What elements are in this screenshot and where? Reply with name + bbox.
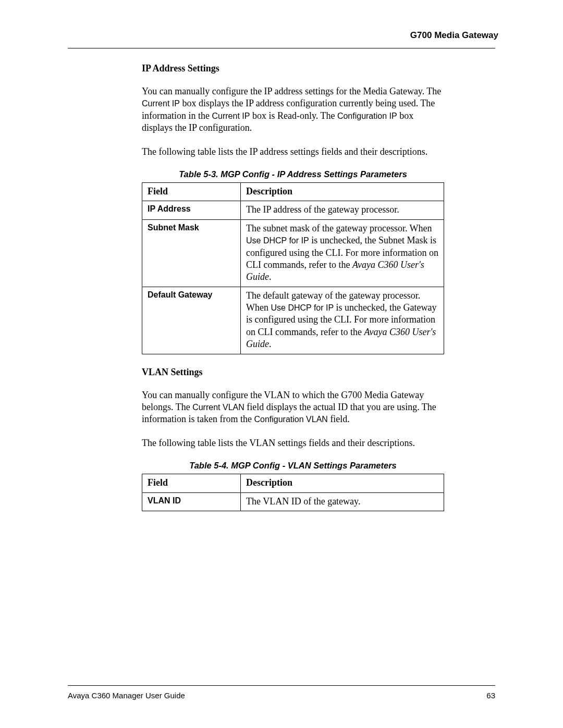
col-description: Description: [241, 474, 444, 492]
field-name: VLAN ID: [142, 492, 241, 511]
vlan-settings-table: Field Description VLAN ID The VLAN ID of…: [142, 474, 444, 511]
table-row: VLAN ID The VLAN ID of the gateway.: [142, 492, 444, 511]
text: The subnet mask of the gateway processor…: [246, 223, 432, 233]
text: box is Read-only. The: [250, 110, 337, 121]
field-desc: The IP address of the gateway processor.: [241, 201, 444, 219]
text: .: [269, 339, 272, 349]
table-row: Subnet Mask The subnet mask of the gatew…: [142, 219, 444, 287]
col-field: Field: [142, 182, 241, 201]
footer-row: Avaya C360 Manager User Guide 63: [68, 691, 495, 700]
page-number: 63: [486, 691, 495, 700]
field-desc: The default gateway of the gateway proce…: [241, 287, 444, 354]
ui-term: Current VLAN: [192, 403, 244, 412]
section-heading-ip: IP Address Settings: [142, 63, 444, 74]
vlan-paragraph-2: The following table lists the VLAN setti…: [142, 437, 444, 449]
field-name: Subnet Mask: [142, 219, 241, 287]
page-footer: Avaya C360 Manager User Guide 63: [68, 685, 495, 700]
field-name: Default Gateway: [142, 287, 241, 354]
ip-settings-table: Field Description IP Address The IP addr…: [142, 182, 444, 354]
vlan-paragraph-1: You can manually configure the VLAN to w…: [142, 389, 444, 426]
table-header-row: Field Description: [142, 474, 444, 492]
running-header: G700 Media Gateway: [68, 30, 498, 41]
ui-term: Configuration VLAN: [254, 415, 327, 424]
ui-term: Current IP: [142, 99, 180, 108]
col-description: Description: [241, 182, 444, 201]
ui-term: Current IP: [212, 112, 250, 120]
content-column: IP Address Settings You can manually con…: [68, 48, 444, 511]
table-caption-ip: Table 5-3. MGP Config - IP Address Setti…: [142, 169, 444, 179]
page: G700 Media Gateway IP Address Settings Y…: [0, 0, 563, 728]
field-desc: The VLAN ID of the gateway.: [241, 492, 444, 511]
col-field: Field: [142, 474, 241, 492]
table-row: Default Gateway The default gateway of t…: [142, 287, 444, 354]
table-caption-vlan: Table 5-4. MGP Config - VLAN Settings Pa…: [142, 461, 444, 471]
footer-rule: [68, 685, 495, 686]
table-header-row: Field Description: [142, 182, 444, 201]
table-row: IP Address The IP address of the gateway…: [142, 201, 444, 219]
text: You can manually configure the IP addres…: [142, 86, 441, 96]
ip-paragraph-2: The following table lists the IP address…: [142, 146, 444, 158]
ui-term: Use DHCP for IP: [246, 236, 309, 245]
section-heading-vlan: VLAN Settings: [142, 367, 444, 378]
field-desc: The subnet mask of the gateway processor…: [241, 219, 444, 287]
footer-guide-title: Avaya C360 Manager User Guide: [68, 691, 185, 700]
text: field.: [328, 414, 350, 424]
text: .: [269, 272, 272, 282]
ui-term: Use DHCP for IP: [271, 303, 334, 312]
field-name: IP Address: [142, 201, 241, 219]
ip-paragraph-1: You can manually configure the IP addres…: [142, 85, 444, 134]
ui-term: Configuration IP: [337, 112, 397, 120]
